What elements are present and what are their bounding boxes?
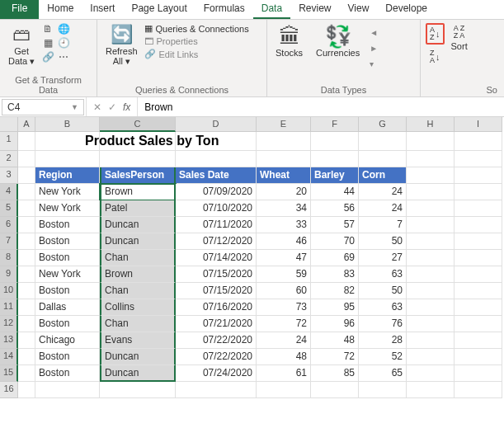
cell[interactable] <box>407 233 455 250</box>
cell[interactable]: Chan <box>100 283 176 299</box>
cell[interactable]: 56 <box>311 200 359 217</box>
cell[interactable]: 69 <box>311 250 359 266</box>
cell[interactable]: 07/11/2020 <box>176 217 257 233</box>
sort-az-button[interactable]: AZ↓ <box>426 23 445 45</box>
cell[interactable]: New York <box>35 200 100 217</box>
cell[interactable]: 33 <box>257 217 311 233</box>
cell[interactable]: 07/10/2020 <box>176 200 257 217</box>
cell[interactable]: Duncan <box>100 349 176 365</box>
name-box[interactable]: C4 ▼ <box>2 99 84 115</box>
cell[interactable] <box>18 332 35 349</box>
cell[interactable]: 60 <box>257 283 311 299</box>
cell[interactable] <box>455 132 502 151</box>
cell[interactable] <box>455 200 502 217</box>
cell[interactable]: 82 <box>311 283 359 299</box>
cell[interactable] <box>18 283 35 299</box>
from-text-icon[interactable]: 🗎 <box>41 23 54 35</box>
cell[interactable]: 73 <box>257 299 311 316</box>
cell[interactable] <box>18 382 35 398</box>
cell[interactable]: 63 <box>359 266 407 283</box>
cell[interactable]: Barley <box>311 167 359 184</box>
cell[interactable]: Chicago <box>35 332 100 349</box>
cell[interactable] <box>455 217 502 233</box>
cell[interactable] <box>407 167 455 184</box>
cell[interactable] <box>18 299 35 316</box>
row-header[interactable]: 8 <box>0 250 18 266</box>
tab-home[interactable]: Home <box>39 0 82 19</box>
cell[interactable]: 07/15/2020 <box>176 266 257 283</box>
tab-file[interactable]: File <box>0 0 39 19</box>
cell[interactable] <box>407 365 455 382</box>
cell[interactable]: New York <box>35 184 100 200</box>
cell[interactable] <box>18 151 35 167</box>
cell[interactable]: 27 <box>359 250 407 266</box>
datatype-more-icon[interactable]: ▾ <box>370 59 378 68</box>
queries-connections-button[interactable]: ▦Queries & Connections <box>144 23 249 34</box>
datatype-prev-icon[interactable]: ◄ <box>370 28 378 37</box>
cell[interactable]: 76 <box>359 316 407 332</box>
sort-dialog-button[interactable]: A ZZ A Sort <box>448 23 471 53</box>
cell[interactable]: SalesPerson <box>100 167 176 184</box>
cell[interactable] <box>407 132 455 151</box>
cell[interactable]: Boston <box>35 217 100 233</box>
cell[interactable]: Dallas <box>35 299 100 316</box>
cell[interactable] <box>257 132 311 151</box>
cell[interactable]: 61 <box>257 365 311 382</box>
cell[interactable]: 72 <box>257 316 311 332</box>
cell[interactable] <box>35 151 100 167</box>
cell[interactable] <box>455 332 502 349</box>
cell[interactable] <box>35 382 100 398</box>
cell[interactable]: 07/21/2020 <box>176 316 257 332</box>
row-header[interactable]: 11 <box>0 299 18 316</box>
col-header[interactable]: I <box>455 117 502 132</box>
cell[interactable]: Corn <box>359 167 407 184</box>
cell[interactable] <box>455 266 502 283</box>
cell[interactable] <box>407 349 455 365</box>
tab-formulas[interactable]: Formulas <box>195 0 253 19</box>
col-header[interactable]: G <box>359 117 407 132</box>
cell[interactable]: 46 <box>257 233 311 250</box>
row-header[interactable]: 1 <box>0 132 18 151</box>
cell[interactable]: Boston <box>35 283 100 299</box>
row-header[interactable]: 15 <box>0 365 18 382</box>
col-header[interactable]: F <box>311 117 359 132</box>
refresh-all-button[interactable]: 🔄 Refresh All ▾ <box>102 23 141 83</box>
cell[interactable]: 07/24/2020 <box>176 365 257 382</box>
cell[interactable]: 72 <box>311 349 359 365</box>
cell[interactable]: Boston <box>35 316 100 332</box>
cell[interactable]: Duncan <box>100 365 176 382</box>
cell[interactable] <box>407 200 455 217</box>
sort-za-button[interactable]: ZA↓ <box>426 47 444 67</box>
recent-sources-icon[interactable]: 🕘 <box>57 37 70 49</box>
cell[interactable] <box>407 382 455 398</box>
cell[interactable] <box>257 151 311 167</box>
cell[interactable]: Wheat <box>257 167 311 184</box>
stocks-button[interactable]: 🏛 Stocks <box>272 23 306 59</box>
cell[interactable]: 47 <box>257 250 311 266</box>
col-header[interactable]: A <box>18 117 35 132</box>
cell[interactable] <box>18 266 35 283</box>
cell[interactable] <box>176 382 257 398</box>
cell[interactable] <box>407 316 455 332</box>
cell[interactable]: 44 <box>311 184 359 200</box>
cell[interactable]: 24 <box>257 332 311 349</box>
row-header[interactable]: 6 <box>0 217 18 233</box>
cell[interactable]: 07/14/2020 <box>176 250 257 266</box>
row-header[interactable]: 14 <box>0 349 18 365</box>
cell[interactable]: Collins <box>100 299 176 316</box>
cell[interactable]: Region <box>35 167 100 184</box>
cell[interactable] <box>407 250 455 266</box>
cell[interactable] <box>18 200 35 217</box>
cell[interactable]: Boston <box>35 349 100 365</box>
cell[interactable]: 48 <box>257 349 311 365</box>
cell[interactable]: 83 <box>311 266 359 283</box>
cell[interactable]: 07/22/2020 <box>176 349 257 365</box>
cell[interactable] <box>359 132 407 151</box>
cell[interactable]: Evans <box>100 332 176 349</box>
row-header[interactable]: 5 <box>0 200 18 217</box>
existing-connections-icon[interactable]: 🔗 <box>41 51 54 63</box>
row-header[interactable]: 16 <box>0 382 18 398</box>
cell[interactable]: 48 <box>311 332 359 349</box>
cell[interactable] <box>407 217 455 233</box>
cell[interactable] <box>176 151 257 167</box>
